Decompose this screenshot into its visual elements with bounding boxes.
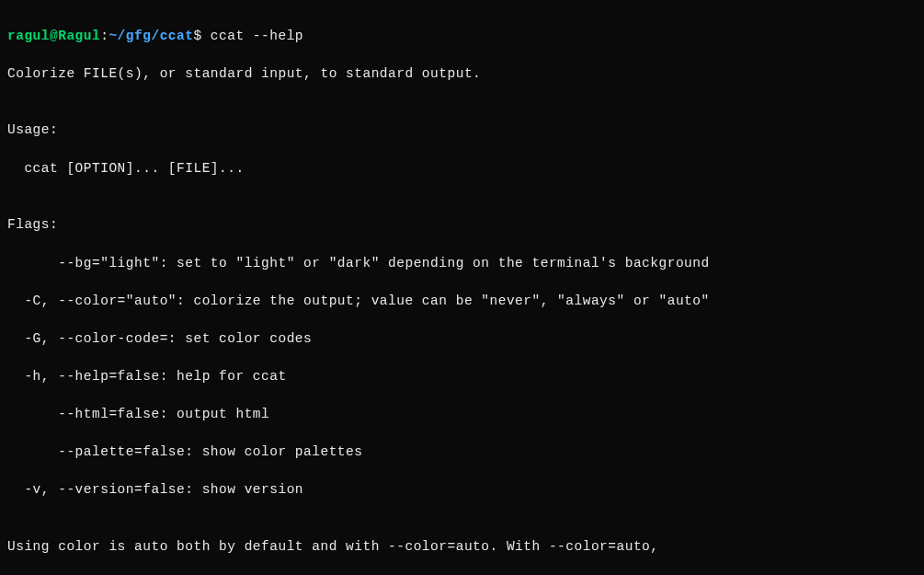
output-line: -C, --color="auto": colorize the output;… [7,292,917,311]
prompt-user: ragul@Ragul [7,29,100,43]
output-line: --html=false: output html [7,405,917,424]
output-line: ccat [OPTION]... [FILE]... [7,159,917,178]
prompt-line-1: ragul@Ragul:~/gfg/ccat$ ccat --help [7,27,917,46]
command-text: ccat --help [211,29,303,43]
output-line: Using color is auto both by default and … [7,537,917,557]
output-line: Colorize FILE(s), or standard input, to … [7,64,917,84]
output-line: Usage: [7,121,917,140]
prompt-dollar: $ [193,29,210,43]
prompt-path: ~/gfg/ccat [108,29,193,43]
terminal[interactable]: ragul@Ragul:~/gfg/ccat$ ccat --help Colo… [7,7,917,575]
output-line: -v, --version=false: show version [7,480,917,500]
output-line: Flags: [7,215,917,235]
output-line: --palette=false: show color palettes [7,443,917,462]
output-line: -h, --help=false: help for ccat [7,367,917,386]
output-line: -G, --color-code=: set color codes [7,329,917,349]
output-line: --bg="light": set to "light" or "dark" d… [7,254,917,273]
